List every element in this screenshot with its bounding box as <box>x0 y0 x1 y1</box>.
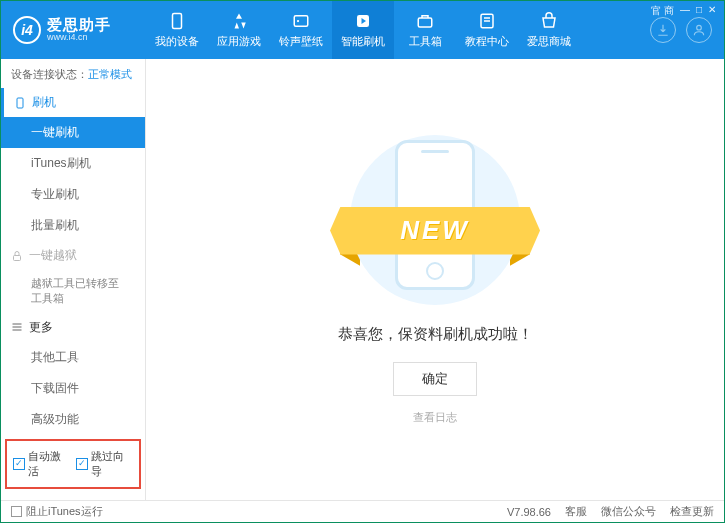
sidebar-item-pro[interactable]: 专业刷机 <box>1 179 145 210</box>
section-more[interactable]: 更多 <box>1 313 145 342</box>
block-itunes-label[interactable]: 阻止iTunes运行 <box>26 504 103 519</box>
footer: 阻止iTunes运行 V7.98.66 客服 微信公众号 检查更新 <box>1 500 724 522</box>
sidebar-item-itunes[interactable]: iTunes刷机 <box>1 148 145 179</box>
section-flash[interactable]: 刷机 <box>1 88 145 117</box>
menu-icon <box>11 321 23 333</box>
brand-subtitle: www.i4.cn <box>47 33 111 43</box>
sidebar-item-batch[interactable]: 批量刷机 <box>1 210 145 241</box>
shop-icon <box>540 12 558 30</box>
lock-icon <box>11 250 23 262</box>
main-content: NEW 恭喜您，保资料刷机成功啦！ 确定 查看日志 <box>146 59 724 500</box>
flash-icon <box>354 12 372 30</box>
checkbox-icon[interactable] <box>11 506 22 517</box>
sidebar: 设备连接状态：正常模式 刷机 一键刷机 iTunes刷机 专业刷机 批量刷机 一… <box>1 59 146 500</box>
jailbreak-note: 越狱工具已转移至 工具箱 <box>1 270 145 313</box>
sidebar-item-oneclick[interactable]: 一键刷机 <box>1 117 145 148</box>
minimize-icon[interactable]: — <box>680 4 690 18</box>
sidebar-item-other[interactable]: 其他工具 <box>1 342 145 373</box>
download-icon[interactable] <box>650 17 676 43</box>
svg-rect-7 <box>17 98 23 108</box>
connection-status: 设备连接状态：正常模式 <box>1 59 145 88</box>
svg-rect-8 <box>14 255 21 260</box>
phone-icon <box>168 12 186 30</box>
svg-point-2 <box>297 19 299 21</box>
success-message: 恭喜您，保资料刷机成功啦！ <box>338 325 533 344</box>
sidebar-item-download-fw[interactable]: 下载固件 <box>1 373 145 404</box>
tutorial-icon <box>478 12 496 30</box>
option-checks: ✓ 自动激活 ✓ 跳过向导 <box>5 439 141 489</box>
nav-phone[interactable]: 我的设备 <box>146 1 208 59</box>
sidebar-item-advanced[interactable]: 高级功能 <box>1 404 145 435</box>
checkbox-icon: ✓ <box>76 458 88 470</box>
maximize-icon[interactable]: □ <box>696 4 702 18</box>
svg-rect-0 <box>173 13 182 28</box>
version-label: V7.98.66 <box>507 506 551 518</box>
view-log-link[interactable]: 查看日志 <box>413 410 457 425</box>
section-jailbreak: 一键越狱 <box>1 241 145 270</box>
new-ribbon: NEW <box>330 207 540 255</box>
svg-point-6 <box>697 25 702 30</box>
nav-tutorial[interactable]: 教程中心 <box>456 1 518 59</box>
brand-logo-icon: i4 <box>13 16 41 44</box>
update-link[interactable]: 检查更新 <box>670 504 714 519</box>
close-icon[interactable]: ✕ <box>708 4 716 18</box>
wechat-link[interactable]: 微信公众号 <box>601 504 656 519</box>
checkbox-icon: ✓ <box>13 458 25 470</box>
corner-shop[interactable]: 官 商 <box>651 4 674 18</box>
check-auto-activate[interactable]: ✓ 自动激活 <box>13 449 70 479</box>
user-icon[interactable] <box>686 17 712 43</box>
device-card[interactable]: iPhone 12 mini 64GB Down-12mini-13,1 <box>1 495 145 500</box>
svg-rect-1 <box>294 15 308 26</box>
apps-icon <box>230 12 248 30</box>
toolbox-icon <box>416 12 434 30</box>
nav-media[interactable]: 铃声壁纸 <box>270 1 332 59</box>
nav-flash[interactable]: 智能刷机 <box>332 1 394 59</box>
check-skip-guide[interactable]: ✓ 跳过向导 <box>76 449 133 479</box>
success-illustration: NEW <box>335 135 535 305</box>
phone-icon <box>14 97 26 109</box>
nav-shop[interactable]: 爱思商城 <box>518 1 580 59</box>
svg-rect-4 <box>418 18 432 27</box>
media-icon <box>292 12 310 30</box>
nav-toolbox[interactable]: 工具箱 <box>394 1 456 59</box>
nav-apps[interactable]: 应用游戏 <box>208 1 270 59</box>
brand-title: 爱思助手 <box>47 17 111 34</box>
header: i4 爱思助手 www.i4.cn 我的设备应用游戏铃声壁纸智能刷机工具箱教程中… <box>1 1 724 59</box>
brand: i4 爱思助手 www.i4.cn <box>1 1 146 59</box>
ok-button[interactable]: 确定 <box>393 362 477 396</box>
top-nav: 我的设备应用游戏铃声壁纸智能刷机工具箱教程中心爱思商城 <box>146 1 638 59</box>
service-link[interactable]: 客服 <box>565 504 587 519</box>
